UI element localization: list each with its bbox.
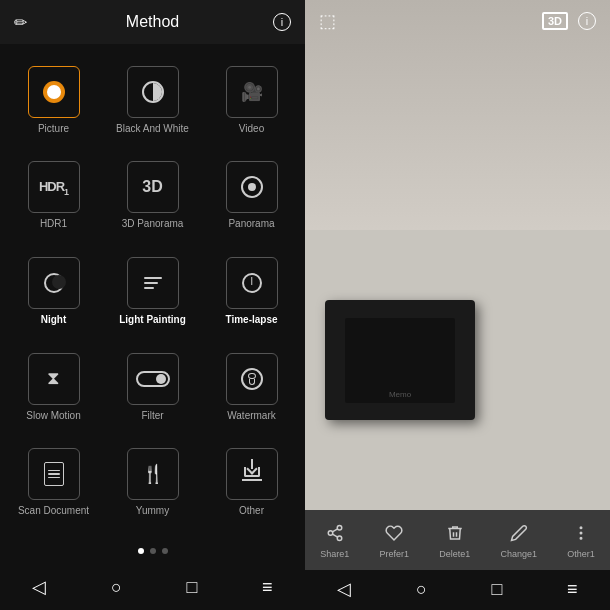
right-info-icon[interactable]: i xyxy=(578,12,596,30)
3d-badge: 3D xyxy=(542,12,568,30)
left-panel: ✏ Method i Picture Black And White 🎥 Vid… xyxy=(0,0,305,610)
picture-icon-box xyxy=(28,66,80,118)
toggle-icon xyxy=(136,371,170,387)
panorama-icon xyxy=(241,176,263,198)
other-icon-box xyxy=(226,448,278,500)
heart-icon xyxy=(385,524,403,546)
svg-point-5 xyxy=(580,527,582,529)
person-icon xyxy=(241,368,263,390)
square-button[interactable]: □ xyxy=(187,577,198,598)
svg-point-2 xyxy=(337,536,342,541)
toggle-circle xyxy=(156,374,166,384)
left-header: ✏ Method i xyxy=(0,0,305,44)
svg-point-6 xyxy=(580,532,582,534)
change-label: Change1 xyxy=(501,549,538,559)
page-dots xyxy=(0,538,305,566)
mode-panorama[interactable]: Panorama xyxy=(202,148,301,244)
hdr-icon: HDR1 xyxy=(39,179,68,197)
filter-label: Filter xyxy=(141,410,163,421)
method-title: Method xyxy=(126,13,179,31)
left-nav-bar: ◁ ○ □ ≡ xyxy=(0,566,305,610)
video-icon-box: 🎥 xyxy=(226,66,278,118)
bw-icon xyxy=(142,81,164,103)
watermark-label: Watermark xyxy=(227,410,276,421)
right-square-button[interactable]: □ xyxy=(492,579,503,600)
3d-icon: 3D xyxy=(142,178,162,196)
home-button[interactable]: ○ xyxy=(111,577,122,598)
prefer-action[interactable]: Prefer1 xyxy=(379,524,409,559)
delete-action[interactable]: Delete1 xyxy=(439,524,470,559)
mode-slow-motion[interactable]: ⧗ Slow Motion xyxy=(4,339,103,435)
trash-icon xyxy=(446,524,464,546)
slow-motion-icon-box: ⧗ xyxy=(28,353,80,405)
svg-point-7 xyxy=(580,537,582,539)
image-icon[interactable]: ⬚ xyxy=(319,10,336,32)
share-label: Share1 xyxy=(320,549,349,559)
other-right-action[interactable]: Other1 xyxy=(567,524,595,559)
dot-3 xyxy=(162,548,168,554)
right-panel: ⬚ 3D i Memo Share1 xyxy=(305,0,610,610)
hdr-icon-box: HDR1 xyxy=(28,161,80,213)
night-icon-box xyxy=(28,257,80,309)
filter-icon-box xyxy=(127,353,179,405)
timelapse-icon-box xyxy=(226,257,278,309)
panorama-icon-box xyxy=(226,161,278,213)
mode-scan-document[interactable]: Scan Document xyxy=(4,434,103,530)
camera-view: Memo xyxy=(305,0,610,510)
pencil-icon xyxy=(510,524,528,546)
prefer-label: Prefer1 xyxy=(379,549,409,559)
change-action[interactable]: Change1 xyxy=(501,524,538,559)
right-menu-button[interactable]: ≡ xyxy=(567,579,578,600)
svg-line-4 xyxy=(332,528,337,531)
bw-icon-box xyxy=(127,66,179,118)
right-nav-bar: ◁ ○ □ ≡ xyxy=(305,570,610,610)
light-paint-label: Light Painting xyxy=(119,314,186,325)
mode-light-painting[interactable]: Light Painting xyxy=(103,243,202,339)
mode-other[interactable]: Other xyxy=(202,434,301,530)
back-button[interactable]: ◁ xyxy=(32,576,46,598)
right-header: ⬚ 3D i xyxy=(305,0,610,42)
mode-video[interactable]: 🎥 Video xyxy=(202,52,301,148)
slow-motion-label: Slow Motion xyxy=(26,410,80,421)
yummy-label: Yummy xyxy=(136,505,169,516)
3d-label: 3D Panorama xyxy=(122,218,184,229)
right-back-button[interactable]: ◁ xyxy=(337,578,351,600)
mode-3d-panorama[interactable]: 3D 3D Panorama xyxy=(103,148,202,244)
svg-point-0 xyxy=(337,525,342,530)
share-action[interactable]: Share1 xyxy=(320,524,349,559)
right-header-actions: 3D i xyxy=(542,12,596,30)
mode-yummy[interactable]: 🍴 Yummy xyxy=(103,434,202,530)
document-icon xyxy=(44,462,64,486)
edit-icon[interactable]: ✏ xyxy=(14,13,27,32)
svg-line-3 xyxy=(332,534,337,537)
device-screen: Memo xyxy=(345,318,455,403)
scan-icon-box xyxy=(28,448,80,500)
hourglass-icon: ⧗ xyxy=(47,368,60,389)
download-icon xyxy=(242,467,262,481)
hdr-label: HDR1 xyxy=(40,218,67,229)
other-label: Other xyxy=(239,505,264,516)
video-icon: 🎥 xyxy=(241,81,263,103)
svg-point-1 xyxy=(328,530,333,535)
mode-black-white[interactable]: Black And White xyxy=(103,52,202,148)
yummy-icon-box: 🍴 xyxy=(127,448,179,500)
mode-night[interactable]: Night xyxy=(4,243,103,339)
video-label: Video xyxy=(239,123,264,134)
timelapse-label: Time-lapse xyxy=(225,314,277,325)
info-icon[interactable]: i xyxy=(273,13,291,31)
light-paint-icon-box xyxy=(127,257,179,309)
mode-watermark[interactable]: Watermark xyxy=(202,339,301,435)
device-screen-text: Memo xyxy=(389,390,411,399)
picture-icon xyxy=(43,81,65,103)
dot-2 xyxy=(150,548,156,554)
black-device: Memo xyxy=(325,300,475,420)
mode-picture[interactable]: Picture xyxy=(4,52,103,148)
menu-button[interactable]: ≡ xyxy=(262,577,273,598)
mode-time-lapse[interactable]: Time-lapse xyxy=(202,243,301,339)
fork-knife-icon: 🍴 xyxy=(142,463,164,485)
right-home-button[interactable]: ○ xyxy=(416,579,427,600)
mode-filter[interactable]: Filter xyxy=(103,339,202,435)
watermark-icon-box xyxy=(226,353,278,405)
scan-label: Scan Document xyxy=(18,505,89,516)
mode-hdr[interactable]: HDR1 HDR1 xyxy=(4,148,103,244)
